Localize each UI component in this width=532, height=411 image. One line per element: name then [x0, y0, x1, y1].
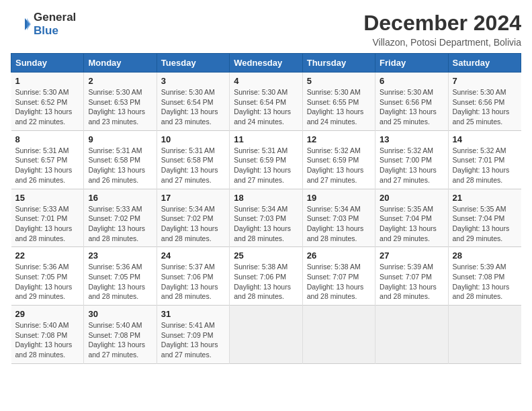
day-detail: Sunrise: 5:35 AMSunset: 7:04 PMDaylight:… — [453, 205, 510, 242]
day-number: 15 — [15, 193, 80, 203]
calendar-cell: 6 Sunrise: 5:30 AMSunset: 6:56 PMDayligh… — [375, 73, 448, 131]
calendar-week-3: 15 Sunrise: 5:33 AMSunset: 7:01 PMDaylig… — [11, 189, 521, 247]
day-detail: Sunrise: 5:30 AMSunset: 6:56 PMDaylight:… — [380, 88, 437, 126]
day-number: 28 — [453, 250, 517, 261]
page-header: General Blue December 2024 Villazon, Pot… — [11, 11, 521, 48]
day-detail: Sunrise: 5:31 AMSunset: 6:58 PMDaylight:… — [88, 146, 145, 184]
day-detail: Sunrise: 5:38 AMSunset: 7:07 PMDaylight:… — [307, 263, 364, 300]
calendar-cell: 15 Sunrise: 5:33 AMSunset: 7:01 PMDaylig… — [11, 189, 84, 247]
calendar-cell: 7 Sunrise: 5:30 AMSunset: 6:56 PMDayligh… — [448, 73, 521, 131]
calendar-header: Sunday Monday Tuesday Wednesday Thursday… — [11, 54, 521, 73]
calendar-cell: 21 Sunrise: 5:35 AMSunset: 7:04 PMDaylig… — [448, 189, 521, 247]
calendar-week-2: 8 Sunrise: 5:31 AMSunset: 6:57 PMDayligh… — [11, 130, 521, 189]
calendar-cell: 16 Sunrise: 5:33 AMSunset: 7:02 PMDaylig… — [84, 189, 157, 247]
day-number: 9 — [88, 134, 152, 144]
col-thursday: Thursday — [302, 54, 375, 73]
calendar-cell: 14 Sunrise: 5:32 AMSunset: 7:01 PMDaylig… — [448, 130, 521, 189]
logo-icon — [11, 14, 31, 34]
day-number: 25 — [234, 250, 298, 261]
calendar-table: Sunday Monday Tuesday Wednesday Thursday… — [11, 53, 521, 364]
day-detail: Sunrise: 5:38 AMSunset: 7:06 PMDaylight:… — [234, 263, 291, 300]
calendar-cell: 2 Sunrise: 5:30 AMSunset: 6:53 PMDayligh… — [84, 73, 157, 131]
day-detail: Sunrise: 5:41 AMSunset: 7:09 PMDaylight:… — [161, 321, 218, 359]
day-detail: Sunrise: 5:34 AMSunset: 7:02 PMDaylight:… — [161, 205, 218, 242]
day-detail: Sunrise: 5:32 AMSunset: 6:59 PMDaylight:… — [307, 146, 364, 184]
calendar-cell: 1 Sunrise: 5:30 AMSunset: 6:52 PMDayligh… — [11, 73, 84, 131]
day-detail: Sunrise: 5:30 AMSunset: 6:54 PMDaylight:… — [234, 88, 291, 126]
day-detail: Sunrise: 5:39 AMSunset: 7:08 PMDaylight:… — [453, 263, 510, 300]
day-number: 7 — [453, 76, 517, 86]
day-detail: Sunrise: 5:32 AMSunset: 7:01 PMDaylight:… — [453, 146, 510, 184]
col-tuesday: Tuesday — [157, 54, 229, 73]
calendar-cell: 17 Sunrise: 5:34 AMSunset: 7:02 PMDaylig… — [157, 189, 229, 247]
day-detail: Sunrise: 5:32 AMSunset: 7:00 PMDaylight:… — [380, 146, 437, 184]
day-number: 13 — [380, 134, 443, 144]
calendar-cell — [448, 306, 521, 364]
day-number: 16 — [88, 193, 152, 203]
logo-text: General Blue — [34, 11, 76, 38]
calendar-cell: 19 Sunrise: 5:34 AMSunset: 7:03 PMDaylig… — [302, 189, 375, 247]
header-row: Sunday Monday Tuesday Wednesday Thursday… — [11, 54, 521, 73]
calendar-cell: 29 Sunrise: 5:40 AMSunset: 7:08 PMDaylig… — [11, 306, 84, 364]
day-detail: Sunrise: 5:31 AMSunset: 6:58 PMDaylight:… — [161, 146, 218, 184]
day-detail: Sunrise: 5:37 AMSunset: 7:06 PMDaylight:… — [161, 263, 218, 300]
calendar-week-5: 29 Sunrise: 5:40 AMSunset: 7:08 PMDaylig… — [11, 306, 521, 364]
day-detail: Sunrise: 5:31 AMSunset: 6:57 PMDaylight:… — [15, 146, 73, 184]
day-number: 24 — [161, 250, 225, 261]
calendar-cell: 5 Sunrise: 5:30 AMSunset: 6:55 PMDayligh… — [302, 73, 375, 131]
day-number: 14 — [453, 134, 517, 144]
logo-blue: Blue — [34, 24, 58, 37]
day-detail: Sunrise: 5:30 AMSunset: 6:55 PMDaylight:… — [307, 88, 364, 126]
day-detail: Sunrise: 5:39 AMSunset: 7:07 PMDaylight:… — [380, 263, 437, 300]
col-saturday: Saturday — [448, 54, 521, 73]
day-number: 5 — [307, 76, 371, 86]
day-detail: Sunrise: 5:36 AMSunset: 7:05 PMDaylight:… — [88, 263, 145, 300]
day-number: 22 — [15, 250, 80, 261]
day-detail: Sunrise: 5:33 AMSunset: 7:02 PMDaylight:… — [88, 205, 145, 242]
calendar-cell: 20 Sunrise: 5:35 AMSunset: 7:04 PMDaylig… — [375, 189, 448, 247]
day-number: 23 — [88, 250, 152, 261]
day-detail: Sunrise: 5:35 AMSunset: 7:04 PMDaylight:… — [380, 205, 437, 242]
calendar-body: 1 Sunrise: 5:30 AMSunset: 6:52 PMDayligh… — [11, 73, 521, 364]
day-number: 6 — [380, 76, 443, 86]
calendar-cell: 3 Sunrise: 5:30 AMSunset: 6:54 PMDayligh… — [157, 73, 229, 131]
calendar-cell: 23 Sunrise: 5:36 AMSunset: 7:05 PMDaylig… — [84, 247, 157, 306]
calendar-cell: 25 Sunrise: 5:38 AMSunset: 7:06 PMDaylig… — [230, 247, 302, 306]
day-detail: Sunrise: 5:30 AMSunset: 6:52 PMDaylight:… — [15, 88, 73, 126]
day-number: 10 — [161, 134, 225, 144]
day-detail: Sunrise: 5:33 AMSunset: 7:01 PMDaylight:… — [15, 205, 73, 242]
col-sunday: Sunday — [11, 54, 84, 73]
day-detail: Sunrise: 5:31 AMSunset: 6:59 PMDaylight:… — [234, 146, 291, 184]
day-detail: Sunrise: 5:40 AMSunset: 7:08 PMDaylight:… — [88, 321, 145, 359]
calendar-cell: 22 Sunrise: 5:36 AMSunset: 7:05 PMDaylig… — [11, 247, 84, 306]
day-number: 1 — [15, 76, 80, 86]
calendar-cell: 8 Sunrise: 5:31 AMSunset: 6:57 PMDayligh… — [11, 130, 84, 189]
calendar-cell: 28 Sunrise: 5:39 AMSunset: 7:08 PMDaylig… — [448, 247, 521, 306]
day-number: 30 — [88, 309, 152, 319]
day-detail: Sunrise: 5:40 AMSunset: 7:08 PMDaylight:… — [15, 321, 73, 359]
calendar-cell: 27 Sunrise: 5:39 AMSunset: 7:07 PMDaylig… — [375, 247, 448, 306]
day-number: 26 — [307, 250, 371, 261]
day-number: 4 — [234, 76, 298, 86]
col-wednesday: Wednesday — [230, 54, 302, 73]
calendar-cell: 12 Sunrise: 5:32 AMSunset: 6:59 PMDaylig… — [302, 130, 375, 189]
day-number: 19 — [307, 193, 371, 203]
calendar-cell — [375, 306, 448, 364]
calendar-cell: 9 Sunrise: 5:31 AMSunset: 6:58 PMDayligh… — [84, 130, 157, 189]
calendar-cell: 10 Sunrise: 5:31 AMSunset: 6:58 PMDaylig… — [157, 130, 229, 189]
calendar-cell: 11 Sunrise: 5:31 AMSunset: 6:59 PMDaylig… — [230, 130, 302, 189]
day-detail: Sunrise: 5:30 AMSunset: 6:56 PMDaylight:… — [453, 88, 510, 126]
logo-general: General — [34, 11, 76, 24]
calendar-week-1: 1 Sunrise: 5:30 AMSunset: 6:52 PMDayligh… — [11, 73, 521, 131]
col-monday: Monday — [84, 54, 157, 73]
day-detail: Sunrise: 5:30 AMSunset: 6:53 PMDaylight:… — [88, 88, 145, 126]
calendar-cell: 26 Sunrise: 5:38 AMSunset: 7:07 PMDaylig… — [302, 247, 375, 306]
title-block: December 2024 Villazon, Potosi Departmen… — [363, 11, 521, 48]
calendar-cell: 24 Sunrise: 5:37 AMSunset: 7:06 PMDaylig… — [157, 247, 229, 306]
month-title: December 2024 — [363, 11, 521, 36]
day-detail: Sunrise: 5:34 AMSunset: 7:03 PMDaylight:… — [307, 205, 364, 242]
col-friday: Friday — [375, 54, 448, 73]
day-number: 11 — [234, 134, 298, 144]
calendar-week-4: 22 Sunrise: 5:36 AMSunset: 7:05 PMDaylig… — [11, 247, 521, 306]
day-number: 3 — [161, 76, 225, 86]
